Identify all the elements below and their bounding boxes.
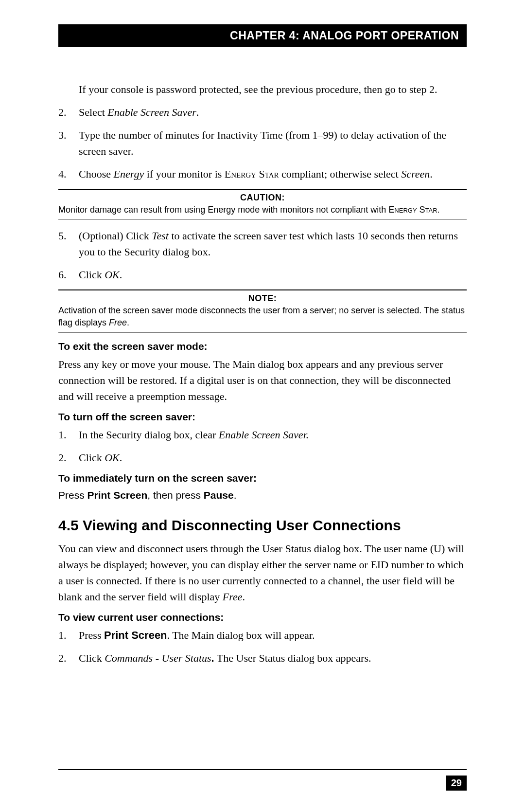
intro-line: If your console is password protected, s… [58,81,467,97]
section-body: You can view and disconnect users throug… [58,541,467,605]
emphasis: Screen [401,168,430,180]
step-number: 2. [58,450,79,466]
step-item: 1. In the Security dialog box, clear Ena… [58,427,467,443]
chapter-header: CHAPTER 4: ANALOG PORT OPERATION [58,24,467,47]
step-item: 6. Click OK. [58,267,467,283]
caution-title: CAUTION: [58,193,467,203]
step-number: 4. [58,166,79,182]
page-number: 29 [446,776,467,791]
text: . [120,269,122,281]
text: Press [58,489,88,501]
step-item: 2. Select Enable Screen Saver. [58,104,467,120]
text: Click [79,451,105,464]
emphasis: Free [109,318,127,327]
step-number: 2. [58,104,79,120]
note-callout: NOTE: Activation of the screen saver mod… [58,289,467,333]
subhead-turnoff: To turn off the screen saver: [58,411,467,423]
emphasis: OK [105,451,120,464]
emphasis: Test [152,230,169,242]
step-body: Type the number of minutes for Inactivit… [79,127,467,159]
text: . [438,205,440,215]
note-title: NOTE: [58,293,467,304]
emphasis: Enable Screen Saver [107,106,196,118]
text: Select [79,106,107,118]
step-number: 2. [58,650,79,666]
step-body: Click Commands - User Status. The User S… [79,650,467,666]
document-page: CHAPTER 4: ANALOG PORT OPERATION If your… [0,0,525,812]
step-item: 4. Choose Energy if your monitor is Ener… [58,166,467,182]
text: , then press [147,489,204,501]
subhead-exit: To exit the screen saver mode: [58,341,467,352]
step-body: Select Enable Screen Saver. [79,104,467,120]
emphasis: Commands - User Status [105,652,211,664]
step-body: Choose Energy if your monitor is Energy … [79,166,467,182]
section-title: 4.5 Viewing and Disconnecting User Conne… [58,517,467,534]
text: Choose [79,168,114,180]
step-number: 1. [58,427,79,443]
emphasis: Free [223,591,243,603]
step-item: 1. Press Print Screen. The Main dialog b… [58,627,467,643]
footer-rule [58,769,467,770]
text: You can view and disconnect users throug… [58,542,464,603]
text: compliant; otherwise select [279,168,401,180]
text: . [430,168,433,180]
step-body: (Optional) Click Test to activate the sc… [79,228,467,260]
smallcaps: Energy Star [388,205,437,215]
step-body: Click OK. [79,450,467,466]
note-body: Activation of the screen saver mode disc… [58,305,467,328]
turnon-body: Press Print Screen, then press Pause. [58,488,467,503]
text: . [127,318,129,327]
step-number: 3. [58,127,79,159]
step-item: 2. Click OK. [58,450,467,466]
subhead-viewconn: To view current user connections: [58,612,467,623]
step-number: 5. [58,228,79,260]
step-item: 3. Type the number of minutes for Inacti… [58,127,467,159]
caution-body: Monitor damage can result from using Ene… [58,204,467,216]
bold: Pause [204,489,234,501]
emphasis: Enable Screen Saver. [219,429,309,441]
emphasis: Energy [114,168,144,180]
text: . The Main dialog box will appear. [167,629,315,641]
smallcaps: Energy Star [225,168,279,180]
text: . [243,591,245,603]
text: Press [79,629,104,641]
text: (Optional) Click [79,230,152,242]
step-item: 5. (Optional) Click Test to activate the… [58,228,467,260]
text: The User Status dialog box appears. [214,652,371,664]
text: Click [79,269,105,281]
exit-body: Press any key or move your mouse. The Ma… [58,356,467,404]
bold: Print Screen [104,629,167,641]
text: if your monitor is [144,168,225,180]
text: . [196,106,199,118]
text: . [120,451,122,464]
text: Click [79,652,105,664]
step-body: Click OK. [79,267,467,283]
step-body: Press Print Screen. The Main dialog box … [79,627,467,643]
caution-callout: CAUTION: Monitor damage can result from … [58,189,467,220]
step-number: 1. [58,627,79,643]
text: Monitor damage can result from using Ene… [58,205,388,215]
bold: Print Screen [88,489,148,501]
step-body: In the Security dialog box, clear Enable… [79,427,467,443]
step-item: 2. Click Commands - User Status. The Use… [58,650,467,666]
step-number: 6. [58,267,79,283]
emphasis: OK [105,269,120,281]
text: . [234,489,237,501]
subhead-turnon: To immediately turn on the screen saver: [58,472,467,484]
text: In the Security dialog box, clear [79,429,219,441]
